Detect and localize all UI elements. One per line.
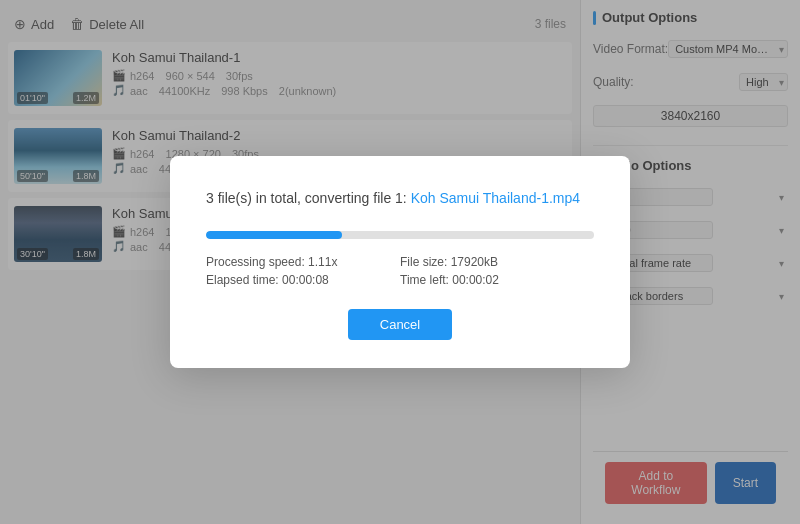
elapsed-time: Elapsed time: 00:00:08 — [206, 273, 400, 287]
modal-actions: Cancel — [206, 309, 594, 340]
modal-overlay: 3 file(s) in total, converting file 1: K… — [0, 0, 800, 524]
progress-modal: 3 file(s) in total, converting file 1: K… — [170, 156, 630, 368]
modal-file-link: Koh Samui Thailand-1.mp4 — [411, 190, 580, 206]
progress-bar-fill — [206, 231, 342, 239]
processing-speed: Processing speed: 1.11x — [206, 255, 400, 269]
stats-grid: Processing speed: 1.11x File size: 17920… — [206, 255, 594, 287]
file-size: File size: 17920kB — [400, 255, 594, 269]
time-left: Time left: 00:00:02 — [400, 273, 594, 287]
modal-title-text: 3 file(s) in total, converting file 1: — [206, 190, 411, 206]
modal-title: 3 file(s) in total, converting file 1: K… — [206, 188, 594, 209]
progress-bar-container — [206, 231, 594, 239]
cancel-button[interactable]: Cancel — [348, 309, 452, 340]
